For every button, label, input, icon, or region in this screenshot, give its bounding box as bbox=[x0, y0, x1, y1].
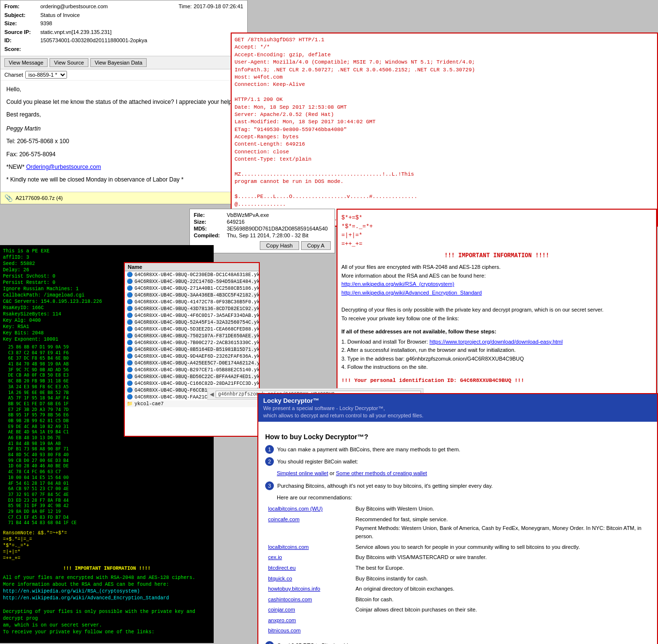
step2-text: You should register BitCoin wallet: bbox=[277, 459, 358, 464]
folder-icon: 📁 bbox=[127, 401, 133, 407]
file-list-panel: Name 🔵G4C6R8XX-UB4C-9BUQ-0C230EDB-DC1C48… bbox=[124, 262, 260, 437]
list-item[interactable]: 🔵G4C6R8XX-UB4C-9BUQ-7B00C272-2ACB3615330… bbox=[125, 339, 259, 346]
other-methods-link[interactable]: Some other methods of creating wallet bbox=[336, 470, 427, 476]
exchanges-table: localbitcoins.com (WU) Buy Bitcoins with… bbox=[265, 504, 650, 636]
exchange-desc: Buy Bitcoins with VISA/MASTERCARD or wir… bbox=[353, 552, 650, 563]
md5-value: 3E5698B90DD761D8A2D085859164A540 bbox=[227, 226, 328, 231]
wallet-links: Simplest online wallet or Some other met… bbox=[277, 469, 650, 478]
list-item[interactable]: 🔵G4C6R8XX-UB4C-9BUQ-41472C78-0F93BC36B5F… bbox=[125, 298, 259, 305]
file-type-icon: 🔵 bbox=[127, 279, 133, 284]
simplest-wallet-link[interactable]: Simplest online wallet bbox=[277, 470, 328, 476]
exchange-link[interactable]: btquick.co bbox=[268, 576, 292, 581]
view-bayesian-button[interactable]: View Bayesian Data bbox=[90, 58, 147, 67]
score-label: Score: bbox=[4, 45, 38, 54]
ransom-aes-link[interactable]: http://en.wikipedia.org/wiki/Advanced_En… bbox=[341, 290, 482, 296]
filesize-value: 649216 bbox=[227, 219, 245, 225]
terminal-link2[interactable]: http://en.wikipedia.org/wiki/Advanced_En… bbox=[3, 595, 169, 601]
wallet-or: or bbox=[330, 470, 336, 476]
charset-select[interactable]: iso-8859-1 * bbox=[25, 71, 67, 79]
compiled-value: Thu, Sep 11 2014, 7:28:00 - 32 Bit bbox=[227, 232, 308, 238]
step1-num: 1 bbox=[265, 445, 274, 454]
locky-how-title: How to buy Locky Decryptor™? bbox=[265, 431, 650, 442]
http-content[interactable]: GET /87thiuh3gfDGS? HTTP/1.1 Accept: */*… bbox=[232, 33, 657, 226]
step3-num: 3 bbox=[265, 481, 274, 490]
list-item[interactable]: 🔵G4C6R8XX-UB4C-9BUQ-5D3EE2D1-CEA668CFED8… bbox=[125, 326, 259, 332]
list-item[interactable]: 🔵G4C6R8XX-UB4C-9BUQ-C166C82D-28DA21FFCC3… bbox=[125, 380, 259, 387]
list-item[interactable]: 🔵G4C6R8XX-UB4C-9BUQ-4F6C0D17-3A5AEF334DA… bbox=[125, 312, 259, 319]
exchange-link[interactable]: btcdirect.eu bbox=[268, 565, 296, 571]
list-item[interactable]: 🔵G4C6R8XX-UB4C-9BUQ-52A45F14-32A32560754… bbox=[125, 319, 259, 326]
email-toolbar: View Message View Source View Bayesian D… bbox=[0, 56, 247, 69]
exchange-link[interactable]: cashintocoins.com bbox=[268, 596, 312, 602]
email-link[interactable]: Ordering@urbestsource.com bbox=[26, 164, 101, 170]
copy-hash-button[interactable]: Copy Hash bbox=[260, 241, 299, 250]
list-item[interactable]: 🔵G4C6R8XX-UB4C-9BUQ-BD56C22C-BFFA4A2F4ED… bbox=[125, 373, 259, 380]
attachment-icon: 📎 bbox=[4, 194, 13, 202]
locky-subtitle: We present a special software - Locky De… bbox=[263, 405, 423, 418]
exchange-link[interactable]: localbitcoins.com (WU) bbox=[268, 506, 322, 512]
table-row: coinjar.com Coinjar allows direct bitcoi… bbox=[265, 605, 650, 615]
file-type-icon: 🔵 bbox=[127, 353, 133, 359]
ransom-rsa-link[interactable]: http://en.wikipedia.org/wiki/RSA_(crypto… bbox=[341, 281, 454, 287]
terminal-link1[interactable]: http://en.wikipedia.org/wiki/RSA_(crypto… bbox=[3, 589, 140, 594]
list-item[interactable]: 🔵G4C6R8XX-UB4C-9BUQ-A425EE5C7-D0E174A621… bbox=[125, 360, 259, 366]
exchange-link[interactable]: cex.io bbox=[268, 554, 282, 560]
file-type-icon: 🔵 bbox=[127, 333, 133, 339]
list-item[interactable]: 📁ykcol-cae7 bbox=[125, 400, 259, 407]
copy-button[interactable]: Copy A bbox=[301, 241, 331, 250]
file-list-content[interactable]: 🔵G4C6R8XX-UB4C-9BUQ-0C230EDB-DC1C48A6318… bbox=[125, 271, 259, 434]
exchange-desc bbox=[353, 615, 650, 626]
file-type-icon: 🔵 bbox=[127, 360, 133, 366]
exchange-link[interactable]: howtobuy.bitcoins.info bbox=[268, 586, 320, 592]
ransom-note-divider: RansomNote: &$.*=~+$*==+$.*=|=_=*$*=._=*… bbox=[3, 530, 211, 561]
exchange-link[interactable]: bitnicous.com bbox=[268, 627, 301, 633]
exchange-link[interactable]: coincafe.com bbox=[268, 516, 300, 522]
locky-step2: 2 You should register BitCoin wallet: bbox=[265, 457, 650, 466]
email-header: From: ordering@urbestsource.com Time: 20… bbox=[0, 0, 247, 56]
email-para1: Could you please let me know the status … bbox=[6, 97, 241, 107]
filesize-label: Size: bbox=[194, 219, 223, 225]
browser-back-button[interactable]: ◀ bbox=[210, 391, 214, 397]
list-item[interactable]: 🔵G4C6R8XX-UB4C-9BUQ-22C1476D-594D59A1E48… bbox=[125, 278, 259, 285]
exchange-link[interactable]: localbitcoins.com bbox=[268, 544, 309, 550]
size-value: 9398 bbox=[40, 19, 52, 28]
list-item[interactable]: 🔵G4C6R8XX-UB4C-9BUQ-8B5164ED-B51981B15D7… bbox=[125, 346, 259, 353]
tor-download-link[interactable]: https://www.torproject.org/download/down… bbox=[429, 339, 562, 345]
list-item[interactable]: 🔵G4C6R8XX-UB4C-9BUQ-9D4AEF6D-23262FAF636… bbox=[125, 353, 259, 360]
compiled-label: Compiled: bbox=[194, 232, 223, 238]
table-row: btcdirect.eu The best for Europe. bbox=[265, 563, 650, 574]
view-source-button[interactable]: View Source bbox=[50, 58, 88, 67]
from-label: From: bbox=[4, 2, 38, 11]
http-panel: GET /87thiuh3gfDGS? HTTP/1.1 Accept: */*… bbox=[231, 33, 658, 227]
exchange-link[interactable]: coinjar.com bbox=[268, 607, 295, 612]
list-item[interactable]: 🔵G4C6R8XX-UB4C-9BUQ-271A40B1-CC2588CB518… bbox=[125, 285, 259, 292]
id-label: ID: bbox=[4, 36, 38, 45]
step3-text: Purchasing Bitcoins, although it's not y… bbox=[277, 483, 493, 489]
file-type-icon: 🔵 bbox=[127, 347, 133, 352]
file-type-icon: 🔵 bbox=[127, 340, 133, 346]
table-row: bitnicous.com bbox=[265, 626, 650, 636]
recommendations-label: Here are our recommendations: bbox=[277, 494, 650, 502]
subject-value: Status of Invoice bbox=[40, 11, 80, 20]
exchange-desc: An original directory of bitcoin exchang… bbox=[353, 584, 650, 594]
table-row: btquick.co Buy Bitcoins instantly for ca… bbox=[265, 574, 650, 584]
table-row: coincafe.com Recommended for fast, simpl… bbox=[265, 514, 650, 542]
file-type-icon: 🔵 bbox=[127, 313, 133, 318]
exchange-desc: The best for Europe. bbox=[353, 563, 650, 574]
from-value: ordering@urbestsource.com bbox=[40, 2, 108, 11]
exchange-link[interactable]: anxpro.com bbox=[268, 617, 296, 623]
list-item[interactable]: 🔵G4C6R8XX-UB4C-9BUQ-0C230EDB-DC1C48A6318… bbox=[125, 271, 259, 278]
list-item[interactable]: 🔵G4C6R8XX-UB4C-9BUQ-7502107A-F871DE650AE… bbox=[125, 332, 259, 339]
view-message-button[interactable]: View Message bbox=[4, 58, 48, 67]
file-type-icon: 🔵 bbox=[127, 380, 133, 386]
email-new-email: *NEW* Ordering@urbestsource.com bbox=[6, 162, 241, 172]
list-item[interactable]: 🔵G4C6R8XX-UB4C-9BUQ-3AA436EB-4B3CC5F4218… bbox=[125, 292, 259, 298]
ransom-info-body: All of your files are encrypted with RSA… bbox=[341, 263, 652, 323]
file-label: File: bbox=[194, 212, 223, 218]
time-value: 2017-09-18 07:26:41 bbox=[194, 2, 243, 11]
locky-step3: 3 Purchasing Bitcoins, although it's not… bbox=[265, 481, 650, 491]
list-item[interactable]: 🔵G4C6R8XX-UB4C-9BUQ-B297CE71-05B88E2C514… bbox=[125, 366, 259, 373]
locky-panel: Locky Decryptor™ We present a special so… bbox=[257, 393, 658, 644]
attachment-label: A2177609-60.7z (4) bbox=[16, 195, 63, 201]
list-item[interactable]: 🔵G4C6R8XX-UB4C-9BUQ-43D78136-8CD7D82E1C9… bbox=[125, 305, 259, 312]
